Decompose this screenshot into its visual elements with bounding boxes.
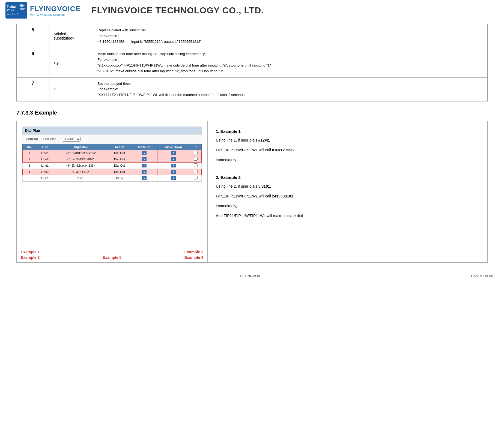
row-checkbox[interactable] [194, 170, 198, 173]
general-label: General [26, 137, 38, 141]
move-down-btn[interactable]: ▼ [171, 164, 176, 167]
page-title: FLYINGVOICE TECHNOLOGY CO., LTD. [91, 5, 264, 16]
table-row: 6 x,y Make outside dial tone after diali… [17, 48, 488, 77]
move-up-btn[interactable]: ▲ [142, 151, 147, 155]
dial-plan-widget: Dial Plan General Dial Plan Enable Disab… [22, 127, 202, 182]
svg-text:Voice: Voice [7, 8, 15, 12]
logo-area: Flying Voice Voice Over IP FLYINGVOICE V… [5, 2, 86, 19]
col-no: No. [23, 144, 36, 150]
cell-digit-map: <5;:><:241333>8101 [54, 156, 108, 162]
cell-move-up[interactable]: ▲ [131, 175, 157, 181]
cell-digit-map: <:010>=#12<#:%23>2 [54, 150, 108, 156]
cell-no: 3 [23, 162, 36, 169]
example1-heading: 1. Example 1 [216, 128, 479, 135]
main-content: 5 <dialed: substituted> Replace dialed w… [0, 21, 504, 271]
row-checkbox[interactable] [194, 163, 198, 167]
cell-checkbox[interactable] [190, 150, 201, 156]
cell-action: Dial Out [108, 156, 131, 162]
row-syntax: T [49, 77, 93, 101]
row-num: 5 [17, 24, 49, 48]
cell-checkbox[interactable] [190, 162, 201, 169]
cell-checkbox[interactable] [190, 175, 201, 181]
cell-move-down[interactable]: ▼ [157, 156, 190, 162]
example2-text4: And FIP11/FIP11W/FIP11WL will make outsi… [216, 213, 479, 219]
row-num: 7 [17, 77, 49, 101]
row-num: 6 [17, 48, 49, 77]
move-up-btn[interactable]: ▲ [142, 157, 147, 161]
left-labels: Example 1 Example 2 [21, 250, 40, 260]
dial-plan-general: General Dial Plan Enable Disable [22, 134, 202, 144]
move-up-btn[interactable]: ▲ [142, 164, 147, 167]
row-desc: Make outside dial tone after dialing "x"… [93, 48, 488, 77]
cell-action: Dial Out [108, 169, 131, 175]
syntax-table: 5 <dialed: substituted> Replace dialed w… [16, 24, 488, 101]
example3-label: Example 3 [184, 250, 203, 254]
cell-no: 2 [23, 156, 36, 162]
row-syntax: <dialed: substituted> [49, 24, 93, 48]
section-heading: 7.7.3.3 Example [16, 110, 488, 116]
example1-bold1: #12#2 [258, 138, 269, 142]
cell-line: Line1 [36, 162, 54, 169]
cell-checkbox[interactable] [190, 169, 201, 175]
cell-digit-map: 777x.8 [54, 175, 108, 181]
page-header: Flying Voice Voice Over IP FLYINGVOICE V… [0, 0, 504, 21]
dial-plan-title: Dial Plan [22, 127, 202, 134]
svg-text:Voice Over IP: Voice Over IP [7, 13, 19, 15]
cell-line: Line1 [36, 150, 54, 156]
cell-line: Line2 [36, 169, 54, 175]
move-down-btn[interactable]: ▼ [171, 176, 176, 180]
move-up-btn[interactable]: ▲ [142, 176, 147, 180]
example1-text2: FIP11/FIP11W/FIP11WL will call 010#12%23… [216, 147, 479, 154]
example-right-panel: 1. Example 1 Using line 1, if user dials… [208, 121, 487, 262]
flying-logo-icon: Flying Voice Voice Over IP [5, 2, 27, 19]
example5-label: Example 5 [103, 255, 121, 260]
cell-move-up[interactable]: ▲ [131, 150, 157, 156]
example1-text1: Using line 1, if user dials #12#2, [216, 137, 479, 144]
move-down-btn[interactable]: ▼ [171, 170, 176, 174]
cell-move-down[interactable]: ▼ [157, 150, 190, 156]
example1-bold2: 010#12%232 [272, 148, 295, 152]
col-move-down: Move Down [157, 144, 190, 150]
example2-bold2: 2413338101 [272, 194, 293, 198]
footer-company: FLYINGVOICE [240, 274, 264, 278]
cell-digit-map: <[4-5]:>22xxxx<:333> [54, 162, 108, 169]
cell-checkbox[interactable] [190, 156, 201, 162]
cell-move-down[interactable]: ▼ [157, 162, 190, 169]
dial-plan-table: No. Line Digit Map Action Move Up Move D… [22, 144, 202, 181]
table-row: 5 <dialed: substituted> Replace dialed w… [17, 24, 488, 48]
cell-move-down[interactable]: ▼ [157, 169, 190, 175]
dial-plan-row: 5 Line1 777x.8 Deny ▲ ▼ [23, 175, 202, 181]
enable-select[interactable]: Enable Disable [63, 137, 80, 142]
col-digit-map: Digit Map [54, 144, 108, 150]
cell-move-down[interactable]: ▼ [157, 175, 190, 181]
example2-text1: Using line 2, if user dials 5,8101, [216, 183, 479, 190]
svg-text:Flying: Flying [7, 5, 16, 8]
col-line: Line [36, 144, 54, 150]
example1-label: Example 1 [21, 250, 40, 254]
row-checkbox[interactable] [194, 176, 198, 179]
cell-no: 4 [23, 169, 36, 175]
example2-heading: 2. Example 2 [216, 174, 479, 181]
col-move-up: Move Up [131, 144, 157, 150]
dial-plan-row: 3 Line1 <[4-5]:>22xxxx<:333> Dial Out ▲ … [23, 162, 202, 169]
col-action: Action [108, 144, 131, 150]
move-down-btn[interactable]: ▼ [171, 157, 176, 161]
cell-move-up[interactable]: ▲ [131, 156, 157, 162]
dial-plan-row: 2 Line2 <5;:><:241333>8101 Dial Out ▲ ▼ [23, 156, 202, 162]
move-down-btn[interactable]: ▼ [171, 151, 176, 155]
cell-move-up[interactable]: ▲ [131, 162, 157, 169]
move-up-btn[interactable]: ▲ [142, 170, 147, 174]
row-syntax: x,y [49, 48, 93, 77]
col-check: □ [190, 144, 201, 150]
row-desc: Set the delayed time. For example: "<9:1… [93, 77, 488, 101]
brand-sub: VoIP & VoWLAN Solutions [30, 13, 80, 16]
row-checkbox[interactable] [194, 151, 198, 154]
cell-line: Line2 [36, 156, 54, 162]
cell-line: Line1 [36, 175, 54, 181]
cell-no: 5 [23, 175, 36, 181]
table-row: 7 T Set the delayed time. For example: "… [17, 77, 488, 101]
cell-move-up[interactable]: ▲ [131, 169, 157, 175]
example2-label: Example 2 [21, 255, 40, 260]
row-desc: Replace dialed with substituted. For exa… [93, 24, 488, 48]
row-checkbox[interactable] [194, 157, 198, 161]
